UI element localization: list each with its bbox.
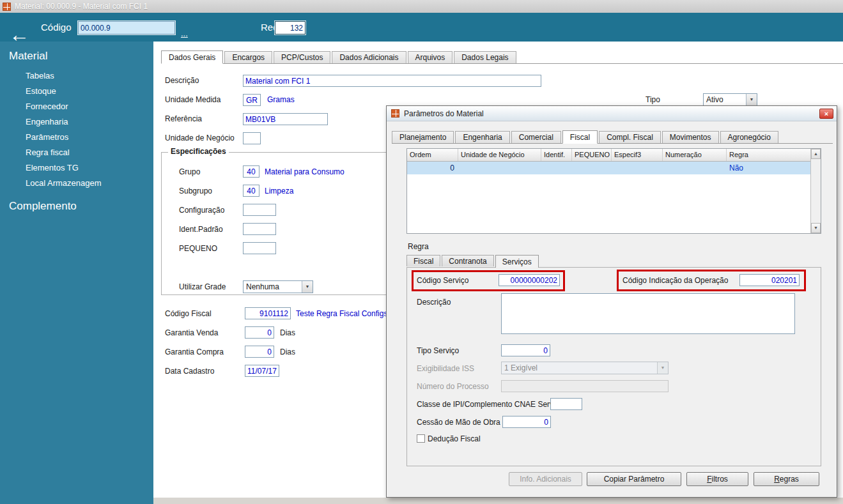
- sidebar: Material Tabelas Estoque Fornecedor Enge…: [0, 42, 153, 504]
- codigo-fiscal-input[interactable]: [245, 307, 291, 319]
- sidebar-item-estoque[interactable]: Estoque: [26, 86, 56, 97]
- dialog-tab-movimentos[interactable]: Movimentos: [662, 131, 719, 143]
- grid-col-unidade-negocio[interactable]: Unidade de Negócio: [458, 149, 541, 161]
- info-adicionais-button: Info. Adicionais: [509, 472, 582, 486]
- window-bottom-edge: [153, 498, 843, 504]
- sidebar-item-fornecedor[interactable]: Fornecedor: [26, 101, 68, 112]
- regras-button[interactable]: Regras: [754, 472, 819, 486]
- classe-ipi-input[interactable]: [550, 398, 582, 410]
- especificacoes-title: Especificações: [168, 147, 229, 156]
- subtab-fiscal[interactable]: Fiscal: [406, 255, 440, 266]
- grid-cell-ordem: 0: [407, 162, 454, 174]
- exigibilidade-iss-label: Exigibilidade ISS: [417, 363, 474, 375]
- grid-row-selected[interactable]: 0 Não: [407, 162, 810, 174]
- codigo-label: Código: [41, 20, 72, 34]
- utilizar-grade-label: Utilizar Grade: [179, 281, 226, 293]
- tipo-servico-input[interactable]: [501, 344, 550, 356]
- regra-section-label: Regra: [408, 241, 429, 253]
- codigo-indicacao-input[interactable]: [739, 274, 800, 286]
- tipo-select-value: Ativo: [706, 95, 723, 104]
- chevron-down-icon: ▼: [302, 281, 313, 293]
- subgrupo-label: Subgrupo: [179, 185, 212, 197]
- data-cadastro-label: Data Cadastro: [165, 365, 214, 378]
- reduzido-input[interactable]: [275, 21, 305, 34]
- tab-dados-legais[interactable]: Dados Legais: [454, 51, 516, 63]
- dialog-tab-comercial[interactable]: Comercial: [511, 131, 561, 143]
- numero-processo-input: [501, 380, 669, 392]
- garantia-venda-unit: Dias: [280, 327, 295, 339]
- grid-col-regra[interactable]: Regra: [727, 149, 810, 161]
- exigibilidade-iss-select: 1 Exigível ▼: [501, 362, 669, 374]
- unidade-medida-input[interactable]: [243, 94, 261, 106]
- grupo-label: Grupo: [179, 166, 200, 178]
- dialog-icon: [391, 109, 399, 118]
- tab-pcp-custos[interactable]: PCP/Custos: [274, 51, 330, 63]
- app-icon: [3, 3, 11, 11]
- deducao-fiscal-checkbox[interactable]: [417, 434, 425, 443]
- grupo-desc: Material para Consumo: [265, 166, 344, 178]
- sidebar-item-elementos-tg[interactable]: Elementos TG: [26, 162, 79, 174]
- cessao-mao-obra-label: Cessão de Mão de Obra: [417, 416, 500, 429]
- ident-padrao-label: Ident.Padrão: [179, 224, 223, 236]
- descricao-input[interactable]: [243, 75, 541, 87]
- subtab-contranota[interactable]: Contranota: [442, 255, 493, 266]
- parametros-grid: Ordem Unidade de Negócio Identif. PEQUEN…: [406, 148, 821, 234]
- subgrupo-input[interactable]: [243, 185, 259, 197]
- dialog-descricao-textarea[interactable]: [501, 293, 795, 334]
- sidebar-item-tabelas[interactable]: Tabelas: [26, 70, 54, 82]
- tab-dados-gerais[interactable]: Dados Gerais: [161, 50, 223, 64]
- filtros-button[interactable]: Filtros: [686, 472, 748, 486]
- window-titlebar: Material: 00.000.9 - Material com FCI 1: [0, 0, 843, 13]
- dialog-tab-planejamento[interactable]: Planejamento: [392, 131, 454, 143]
- codigo-input[interactable]: [78, 21, 175, 34]
- chevron-down-icon: ▼: [746, 94, 757, 105]
- grid-col-pequeno[interactable]: PEQUENO: [572, 149, 612, 161]
- grid-scrollbar[interactable]: ▲ ▼: [810, 149, 821, 233]
- grupo-input[interactable]: [243, 165, 259, 178]
- sidebar-item-parametros[interactable]: Parâmetros: [26, 132, 68, 143]
- data-cadastro-input[interactable]: [245, 365, 279, 377]
- subtab-servicos[interactable]: Serviços: [495, 255, 539, 268]
- tab-dados-adicionais[interactable]: Dados Adicionais: [332, 51, 406, 63]
- sidebar-item-local-armazenagem[interactable]: Local Armazenagem: [26, 178, 102, 189]
- utilizar-grade-select[interactable]: Nenhuma ▼: [243, 280, 313, 293]
- app-window: Material: 00.000.9 - Material com FCI 1 …: [0, 0, 843, 504]
- pequeno-input[interactable]: [243, 242, 276, 254]
- dialog-tab-compl-fiscal[interactable]: Compl. Fiscal: [599, 131, 661, 143]
- garantia-venda-input[interactable]: [245, 326, 274, 339]
- scroll-down-icon[interactable]: ▼: [811, 223, 821, 233]
- regra-subtabstrip: Fiscal Contranota Serviços: [406, 255, 540, 268]
- codigo-indicacao-label: Código Indicação da Operação: [623, 275, 728, 287]
- garantia-compra-label: Garantia Compra: [165, 346, 224, 358]
- close-icon[interactable]: ×: [819, 109, 833, 119]
- garantia-compra-input[interactable]: [245, 346, 274, 358]
- tipo-label: Tipo: [646, 94, 660, 106]
- ident-padrao-input[interactable]: [243, 223, 276, 235]
- sidebar-item-engenharia[interactable]: Engenharia: [26, 116, 68, 128]
- dialog-tab-fiscal[interactable]: Fiscal: [562, 130, 598, 144]
- dialog-tab-engenharia[interactable]: Engenharia: [455, 131, 509, 143]
- grid-col-numeracao[interactable]: Numeração: [663, 149, 727, 161]
- grid-col-ordem[interactable]: Ordem: [407, 149, 458, 161]
- tab-arquivos[interactable]: Arquivos: [408, 51, 453, 63]
- codigo-lookup-link[interactable]: ...: [181, 29, 188, 38]
- tab-encargos[interactable]: Encargos: [224, 51, 272, 63]
- sidebar-section-material: Material: [9, 50, 47, 63]
- scroll-up-icon[interactable]: ▲: [811, 149, 821, 159]
- tipo-select[interactable]: Ativo ▼: [703, 93, 757, 106]
- dialog-tab-agronegocio[interactable]: Agronegócio: [720, 131, 778, 143]
- pequeno-label: PEQUENO: [179, 243, 217, 255]
- unidade-negocio-input[interactable]: [243, 132, 261, 144]
- dialog-titlebar: Parâmetros do Material ×: [387, 106, 837, 121]
- copiar-parametro-button[interactable]: Copiar Parâmetro: [587, 472, 681, 486]
- exigibilidade-iss-value: 1 Exigível: [504, 363, 538, 372]
- sidebar-section-complemento[interactable]: Complemento: [9, 200, 77, 213]
- unidade-medida-desc: Gramas: [267, 94, 295, 106]
- grid-col-especif3[interactable]: Especif3: [612, 149, 663, 161]
- grid-col-identif[interactable]: Identif.: [541, 149, 572, 161]
- codigo-servico-input[interactable]: [499, 274, 560, 286]
- configuracao-input[interactable]: [243, 204, 276, 216]
- referencia-input[interactable]: [243, 113, 328, 125]
- cessao-mao-obra-input[interactable]: [502, 416, 551, 428]
- sidebar-item-regra-fiscal[interactable]: Regra fiscal: [26, 147, 70, 158]
